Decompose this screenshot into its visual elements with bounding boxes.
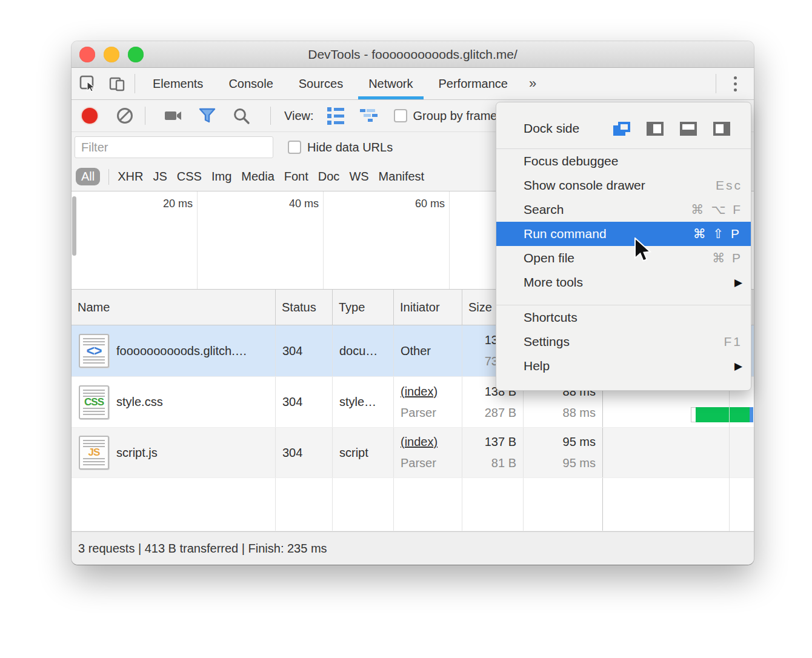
dock-to-right-icon[interactable]: [713, 122, 730, 136]
filter-button[interactable]: [198, 107, 216, 125]
dock-side-label: Dock side: [524, 121, 613, 136]
submenu-arrow-icon: ▶: [734, 360, 742, 373]
filter-pill-font[interactable]: Font: [284, 170, 308, 184]
more-tabs-button[interactable]: »: [521, 68, 545, 99]
overview-scrollbar[interactable]: [72, 196, 76, 256]
waterfall-download-bar[interactable]: [696, 407, 750, 422]
filter-pill-js[interactable]: JS: [153, 170, 167, 184]
hide-data-urls-label: Hide data URLs: [307, 141, 393, 155]
main-menu-button[interactable]: [721, 68, 749, 99]
timeline-tick: 20 ms: [144, 198, 193, 210]
tab-elements[interactable]: Elements: [140, 68, 216, 99]
tabbar-separator: [716, 74, 716, 93]
chevron-double-right-icon: »: [529, 76, 536, 91]
size-content: 287 B: [469, 402, 516, 424]
dock-side-row: Dock side: [496, 108, 751, 148]
undock-icon[interactable]: [613, 122, 630, 136]
clear-icon[interactable]: [117, 108, 133, 124]
timeline-tick: 60 ms: [396, 198, 445, 210]
request-status: 304: [276, 377, 333, 427]
tabbar-spacer: [545, 68, 711, 99]
waterfall-cell: [602, 428, 753, 477]
tab-network[interactable]: Network: [356, 68, 425, 99]
menu-item-focus-debuggee[interactable]: Focus debuggee: [496, 149, 751, 173]
timeline-gridline: [197, 191, 198, 289]
filter-pill-xhr[interactable]: XHR: [118, 170, 143, 184]
group-by-frame-checkbox[interactable]: [394, 109, 407, 122]
js-icon: JS: [79, 436, 109, 470]
device-toolbar-button[interactable]: [104, 68, 130, 99]
request-summary: 3 requests | 413 B transferred | Finish:…: [78, 542, 327, 556]
initiator-link[interactable]: (index): [401, 385, 438, 398]
timeline-tick: 40 ms: [270, 198, 319, 210]
tab-performance[interactable]: Performance: [426, 68, 521, 99]
titlebar[interactable]: DevTools - foooooooooods.glitch.me/: [72, 41, 754, 68]
table-row-script[interactable]: JS script.js 304 script (index) Parser 1…: [72, 428, 754, 478]
table-empty-area: [72, 478, 754, 531]
dock-to-bottom-icon[interactable]: [680, 122, 697, 136]
initiator-kind: Parser: [401, 453, 455, 474]
status-bar: 3 requests | 413 B transferred | Finish:…: [72, 531, 754, 565]
filter-input[interactable]: [75, 136, 273, 158]
request-name: style.css: [116, 395, 163, 409]
filter-pill-media[interactable]: Media: [241, 170, 274, 184]
request-name: foooooooooods.glitch.…: [116, 344, 247, 358]
waterfall-end-tick: [750, 407, 753, 422]
hide-data-urls-checkbox[interactable]: [288, 141, 301, 154]
css-icon: CSS: [79, 385, 109, 419]
submenu-arrow-icon: ▶: [734, 276, 742, 289]
use-large-rows-icon[interactable]: [327, 107, 344, 125]
column-header-name[interactable]: Name: [72, 290, 276, 325]
show-waterfall-icon[interactable]: [360, 109, 378, 122]
column-header-initiator[interactable]: Initiator: [394, 290, 462, 325]
search-button[interactable]: [232, 107, 250, 125]
time-total: 95 ms: [530, 431, 596, 453]
column-header-status[interactable]: Status: [276, 290, 333, 325]
mouse-cursor: [633, 238, 655, 264]
dock-to-left-icon[interactable]: [647, 122, 664, 136]
capture-screenshots-button[interactable]: [164, 109, 182, 122]
kebab-dot: [734, 88, 737, 91]
menu-item-open-file[interactable]: Open file ⌘ P: [496, 246, 751, 270]
filter-pill-manifest[interactable]: Manifest: [379, 170, 425, 184]
time-latency: 88 ms: [530, 402, 596, 424]
initiator-link[interactable]: (index): [401, 435, 438, 448]
devtools-tabbar: Elements Console Sources Network Perform…: [72, 68, 754, 100]
filter-pill-img[interactable]: Img: [211, 170, 231, 184]
view-label: View:: [284, 109, 314, 123]
menu-item-more-tools[interactable]: More tools ▶: [496, 270, 751, 294]
time-latency: 95 ms: [530, 453, 596, 474]
menu-item-run-command[interactable]: Run command ⌘ ⇧ P: [496, 222, 751, 246]
devtools-window: DevTools - foooooooooods.glitch.me/ Elem…: [72, 41, 754, 565]
desktop: DevTools - foooooooooods.glitch.me/ Elem…: [0, 0, 812, 658]
filter-pill-doc[interactable]: Doc: [318, 170, 340, 184]
tab-label: Performance: [439, 77, 508, 91]
device-toolbar-icon: [108, 75, 125, 92]
menu-item-search[interactable]: Search ⌘ ⌥ F: [496, 198, 751, 222]
initiator-kind: Parser: [401, 402, 455, 424]
request-status: 304: [276, 325, 333, 376]
size-content: 81 B: [469, 453, 516, 474]
tab-label: Elements: [153, 77, 203, 91]
request-type: docu…: [333, 325, 394, 376]
filter-pill-ws[interactable]: WS: [349, 170, 368, 184]
column-header-type[interactable]: Type: [333, 290, 394, 325]
inspect-cursor-icon: [79, 75, 96, 92]
request-type: style…: [333, 377, 394, 427]
toolbar-separator: [145, 107, 145, 125]
request-initiator: Other: [394, 325, 462, 376]
tab-sources[interactable]: Sources: [286, 68, 356, 99]
record-button[interactable]: [82, 108, 98, 124]
request-name: script.js: [116, 446, 158, 460]
group-by-frame-label: Group by frame: [413, 109, 498, 123]
toolbar-separator: [270, 107, 271, 125]
menu-item-settings[interactable]: Settings F1: [496, 330, 751, 354]
filter-pill-css[interactable]: CSS: [177, 170, 202, 184]
menu-item-help[interactable]: Help ▶: [496, 354, 751, 378]
tab-console[interactable]: Console: [216, 68, 285, 99]
inspect-element-button[interactable]: [75, 68, 101, 99]
filter-pill-all[interactable]: All: [76, 168, 100, 185]
menu-item-shortcuts[interactable]: Shortcuts: [496, 305, 751, 330]
menu-item-show-console-drawer[interactable]: Show console drawer Esc: [496, 173, 751, 198]
menu-spacer: [496, 294, 751, 305]
